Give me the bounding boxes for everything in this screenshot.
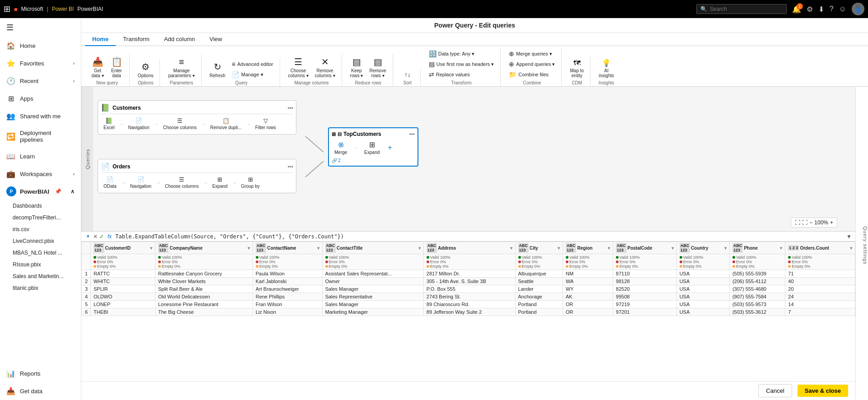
- zoom-fit-icon2[interactable]: ⛶: [802, 219, 807, 226]
- query-settings-panel[interactable]: Query settings: [855, 87, 868, 400]
- sidebar-item-recent[interactable]: 🕐 Recent ›: [0, 72, 81, 90]
- sidebar-item-sales[interactable]: Sales and Marketin...: [0, 270, 81, 282]
- sidebar-item-get-data[interactable]: 📥 Get data: [0, 382, 81, 400]
- formula-input[interactable]: [115, 233, 843, 240]
- phone-filter-icon[interactable]: ▾: [780, 246, 782, 251]
- step-excel[interactable]: 📗 Excel: [101, 116, 117, 131]
- search-box[interactable]: 🔍: [696, 4, 787, 14]
- sidebar-item-deployment[interactable]: 🔁 Deployment pipelines: [0, 125, 81, 148]
- country-filter-icon[interactable]: ▾: [724, 246, 727, 251]
- merge-queries-btn[interactable]: ⊕ Merge queries ▾: [506, 49, 558, 59]
- get-data-btn[interactable]: 📥 Getdata ▾: [89, 55, 107, 79]
- sidebar-item-dashboards[interactable]: Dashboards: [0, 200, 81, 212]
- th-companyname[interactable]: ABC123 CompanyName ▾: [155, 242, 253, 254]
- tc-collapse-icon[interactable]: ⊟: [338, 131, 342, 137]
- help-icon[interactable]: ?: [830, 5, 834, 13]
- tc-expand[interactable]: ⊞ Expand: [361, 139, 382, 156]
- step-odata[interactable]: 📄 OData: [101, 175, 119, 190]
- th-customerid[interactable]: ABC123 CustomerID ▾: [91, 242, 155, 254]
- zoom-minus-btn[interactable]: −: [809, 219, 812, 226]
- tab-home[interactable]: Home: [85, 33, 116, 46]
- workspace-collapse-icon[interactable]: ∧: [70, 188, 75, 195]
- sidebar-item-shared[interactable]: 👥 Shared with me: [0, 107, 81, 125]
- formula-expand-btn[interactable]: ▾: [85, 233, 91, 240]
- manage-params-btn[interactable]: ≡ Manageparameters ▾: [165, 56, 197, 79]
- append-queries-btn[interactable]: ⊕ Append queries ▾: [506, 59, 558, 69]
- customers-menu-icon[interactable]: •••: [287, 105, 293, 111]
- notification-btn[interactable]: 🔔 1: [792, 5, 801, 14]
- sidebar-item-liveconnect[interactable]: LiveConnect.pbix: [0, 235, 81, 247]
- ai-insights-btn[interactable]: 💡 AIinsights: [596, 57, 617, 79]
- step-remove-dup[interactable]: 📋 Remove dupli...: [207, 116, 244, 131]
- download-icon[interactable]: ⬇: [818, 5, 824, 14]
- cancel-button[interactable]: Cancel: [758, 384, 792, 397]
- data-table-container[interactable]: ABC123 CustomerID ▾ ABC123 CompanyName: [81, 242, 855, 381]
- formula-check-icon[interactable]: ✓: [99, 233, 104, 240]
- keep-rows-btn[interactable]: ▤ Keeprows ▾: [347, 55, 366, 79]
- refresh-btn[interactable]: ↻ Refresh: [207, 60, 228, 79]
- tc-menu-icon[interactable]: •••: [409, 131, 415, 137]
- th-contacttitle[interactable]: ABC123 ContactTitle ▾: [322, 242, 423, 254]
- step-choose1[interactable]: ☰ Choose columns: [160, 116, 199, 131]
- map-entity-btn[interactable]: 🗺 Map toentity: [567, 58, 586, 79]
- step-group-by[interactable]: ⊞ Group by: [239, 175, 263, 190]
- th-address[interactable]: ABC123 Address ▾: [423, 242, 515, 254]
- sidebar-item-apps[interactable]: ⊞ Apps: [0, 90, 81, 107]
- th-postalcode[interactable]: ABC123 PostalCode ▾: [613, 242, 677, 254]
- step-expand[interactable]: ⊞ Expand: [210, 175, 230, 190]
- data-type-btn[interactable]: 🔡 Data type: Any ▾: [426, 49, 497, 59]
- sidebar-item-rissue[interactable]: RIssue.pbix: [0, 259, 81, 270]
- th-region[interactable]: ABC123 Region ▾: [563, 242, 613, 254]
- tab-transform[interactable]: Transform: [116, 33, 157, 46]
- sidebar-item-home[interactable]: 🏠 Home: [0, 37, 81, 55]
- tab-add-column[interactable]: Add column: [157, 33, 202, 46]
- step-nav2[interactable]: 📄 Navigation: [127, 175, 154, 190]
- step-choose2[interactable]: ☰ Choose columns: [162, 175, 201, 190]
- contacttitle-filter-icon[interactable]: ▾: [418, 246, 421, 251]
- step-nav1[interactable]: 📄 Navigation: [125, 116, 152, 131]
- sidebar-item-decomp[interactable]: decompTreeFilteri...: [0, 212, 81, 223]
- companyname-filter-icon[interactable]: ▾: [248, 246, 250, 251]
- sidebar-item-mbas[interactable]: MBAS_NLG Hotel ...: [0, 247, 81, 259]
- apps-icon[interactable]: ⊞: [4, 4, 10, 14]
- settings-icon[interactable]: ⚙: [807, 5, 813, 14]
- manage-btn[interactable]: 📄 Manage ▾: [229, 70, 276, 79]
- th-city[interactable]: ABC123 City ▾: [515, 242, 563, 254]
- orderscount-filter-icon[interactable]: ▾: [850, 246, 852, 251]
- workspace-header[interactable]: P PowerBIAI 📌 ∧: [0, 183, 81, 200]
- address-filter-icon[interactable]: ▾: [510, 246, 512, 251]
- save-close-button[interactable]: Save & close: [798, 385, 848, 397]
- replace-values-btn[interactable]: ⇄ Replace values: [426, 70, 497, 79]
- zoom-plus-btn[interactable]: +: [830, 219, 833, 226]
- fit-icon[interactable]: ⛶: [795, 219, 800, 226]
- enter-data-btn[interactable]: 📋 Enterdata: [108, 55, 126, 79]
- tc-merge[interactable]: ⊗ Merge: [332, 139, 350, 156]
- th-country[interactable]: ABC123 Country ▾: [676, 242, 729, 254]
- tc-expand-icon[interactable]: ⊞: [332, 131, 336, 137]
- sidebar-item-titanic[interactable]: titanic.pbix: [0, 282, 81, 294]
- sidebar-item-iris[interactable]: iris.csv: [0, 223, 81, 235]
- search-input[interactable]: [710, 6, 773, 12]
- th-orderscount[interactable]: 1 2 3 Orders.Count ▾: [785, 242, 855, 254]
- remove-rows-btn[interactable]: ▤ Removerows ▾: [366, 55, 389, 79]
- remove-cols-btn[interactable]: ✕ Removecolumns ▾: [312, 55, 338, 79]
- postalcode-filter-icon[interactable]: ▾: [671, 246, 674, 251]
- th-phone[interactable]: ABC123 Phone ▾: [729, 242, 785, 254]
- formula-cross-icon[interactable]: ✕: [93, 233, 98, 240]
- sidebar-item-learn[interactable]: 📖 Learn: [0, 148, 81, 165]
- city-filter-icon[interactable]: ▾: [558, 246, 560, 251]
- customerid-filter-icon[interactable]: ▾: [150, 246, 152, 251]
- orders-menu-icon[interactable]: •••: [287, 163, 293, 170]
- choose-cols-btn[interactable]: ☰ Choosecolumns ▾: [286, 55, 311, 79]
- th-contactname[interactable]: ABC123 ContactName ▾: [253, 242, 322, 254]
- formula-collapse-icon[interactable]: ▼: [846, 233, 852, 240]
- sort-asc-btn[interactable]: ↑↓: [399, 70, 417, 79]
- sidebar-item-favorites[interactable]: ⭐ Favorites ›: [0, 55, 81, 72]
- advanced-editor-btn[interactable]: ≡ Advanced editor: [229, 59, 276, 69]
- sidebar-item-workspaces[interactable]: 💼 Workspaces ›: [0, 165, 81, 183]
- add-step-icon[interactable]: +: [388, 144, 392, 152]
- sidebar-item-reports[interactable]: 📊 Reports: [0, 365, 81, 382]
- options-btn[interactable]: ⚙ Options: [135, 60, 156, 79]
- region-filter-icon[interactable]: ▾: [608, 246, 610, 251]
- use-first-row-btn[interactable]: ▤ Use first row as headers ▾: [426, 59, 497, 69]
